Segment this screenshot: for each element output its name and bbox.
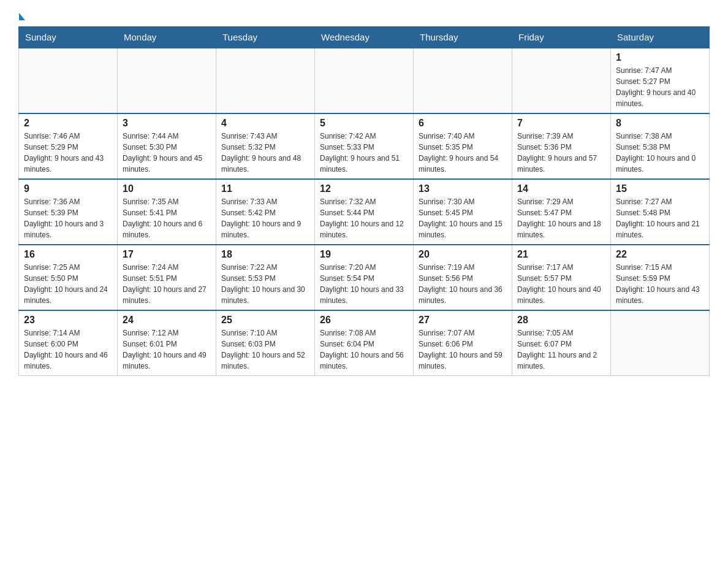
weekday-header-saturday: Saturday	[611, 27, 710, 48]
day-number: 8	[616, 118, 704, 129]
day-info: Sunrise: 7:22 AM Sunset: 5:53 PM Dayligh…	[221, 262, 309, 306]
week-row-2: 2Sunrise: 7:46 AM Sunset: 5:29 PM Daylig…	[19, 113, 710, 179]
week-row-4: 16Sunrise: 7:25 AM Sunset: 5:50 PM Dayli…	[19, 245, 710, 310]
day-info: Sunrise: 7:38 AM Sunset: 5:38 PM Dayligh…	[616, 131, 704, 175]
logo	[18, 12, 25, 20]
day-info: Sunrise: 7:25 AM Sunset: 5:50 PM Dayligh…	[24, 262, 112, 306]
day-number: 24	[123, 315, 211, 326]
day-info: Sunrise: 7:44 AM Sunset: 5:30 PM Dayligh…	[123, 131, 211, 175]
calendar-cell: 9Sunrise: 7:36 AM Sunset: 5:39 PM Daylig…	[19, 179, 118, 245]
day-number: 12	[320, 183, 408, 194]
day-number: 22	[616, 249, 704, 260]
day-number: 6	[419, 118, 507, 129]
calendar-cell	[414, 48, 512, 113]
calendar-cell	[315, 48, 414, 113]
calendar-cell: 28Sunrise: 7:05 AM Sunset: 6:07 PM Dayli…	[512, 310, 611, 376]
calendar-cell: 15Sunrise: 7:27 AM Sunset: 5:48 PM Dayli…	[611, 179, 710, 245]
calendar-cell: 2Sunrise: 7:46 AM Sunset: 5:29 PM Daylig…	[19, 113, 118, 179]
page-header	[18, 12, 710, 20]
calendar-cell: 3Sunrise: 7:44 AM Sunset: 5:30 PM Daylig…	[118, 113, 216, 179]
day-info: Sunrise: 7:46 AM Sunset: 5:29 PM Dayligh…	[24, 131, 112, 175]
weekday-header-wednesday: Wednesday	[315, 27, 414, 48]
calendar-cell	[512, 48, 611, 113]
calendar-cell: 27Sunrise: 7:07 AM Sunset: 6:06 PM Dayli…	[414, 310, 512, 376]
day-number: 25	[221, 315, 309, 326]
calendar-cell	[216, 48, 315, 113]
day-info: Sunrise: 7:10 AM Sunset: 6:03 PM Dayligh…	[221, 327, 309, 372]
weekday-header-sunday: Sunday	[19, 27, 118, 48]
day-info: Sunrise: 7:30 AM Sunset: 5:45 PM Dayligh…	[419, 196, 507, 240]
day-info: Sunrise: 7:17 AM Sunset: 5:57 PM Dayligh…	[517, 262, 605, 306]
day-number: 21	[517, 249, 605, 260]
calendar-cell: 17Sunrise: 7:24 AM Sunset: 5:51 PM Dayli…	[118, 245, 216, 310]
calendar-cell: 21Sunrise: 7:17 AM Sunset: 5:57 PM Dayli…	[512, 245, 611, 310]
day-number: 28	[517, 315, 605, 326]
day-number: 4	[221, 118, 309, 129]
day-number: 5	[320, 118, 408, 129]
calendar-cell: 13Sunrise: 7:30 AM Sunset: 5:45 PM Dayli…	[414, 179, 512, 245]
day-number: 23	[24, 315, 112, 326]
day-number: 9	[24, 183, 112, 194]
day-number: 13	[419, 183, 507, 194]
weekday-header-row: SundayMondayTuesdayWednesdayThursdayFrid…	[19, 27, 710, 48]
day-number: 14	[517, 183, 605, 194]
day-number: 2	[24, 118, 112, 129]
calendar-cell: 20Sunrise: 7:19 AM Sunset: 5:56 PM Dayli…	[414, 245, 512, 310]
calendar-cell: 25Sunrise: 7:10 AM Sunset: 6:03 PM Dayli…	[216, 310, 315, 376]
day-number: 18	[221, 249, 309, 260]
day-number: 19	[320, 249, 408, 260]
calendar-cell: 4Sunrise: 7:43 AM Sunset: 5:32 PM Daylig…	[216, 113, 315, 179]
calendar-cell: 23Sunrise: 7:14 AM Sunset: 6:00 PM Dayli…	[19, 310, 118, 376]
day-number: 16	[24, 249, 112, 260]
day-info: Sunrise: 7:07 AM Sunset: 6:06 PM Dayligh…	[419, 327, 507, 372]
calendar-cell: 14Sunrise: 7:29 AM Sunset: 5:47 PM Dayli…	[512, 179, 611, 245]
calendar-cell: 12Sunrise: 7:32 AM Sunset: 5:44 PM Dayli…	[315, 179, 414, 245]
calendar-cell: 1Sunrise: 7:47 AM Sunset: 5:27 PM Daylig…	[611, 48, 710, 113]
day-info: Sunrise: 7:39 AM Sunset: 5:36 PM Dayligh…	[517, 131, 605, 175]
calendar-table: SundayMondayTuesdayWednesdayThursdayFrid…	[18, 26, 710, 376]
day-info: Sunrise: 7:32 AM Sunset: 5:44 PM Dayligh…	[320, 196, 408, 240]
day-info: Sunrise: 7:05 AM Sunset: 6:07 PM Dayligh…	[517, 327, 605, 372]
calendar-cell: 6Sunrise: 7:40 AM Sunset: 5:35 PM Daylig…	[414, 113, 512, 179]
day-info: Sunrise: 7:33 AM Sunset: 5:42 PM Dayligh…	[221, 196, 309, 240]
calendar-cell: 5Sunrise: 7:42 AM Sunset: 5:33 PM Daylig…	[315, 113, 414, 179]
day-info: Sunrise: 7:47 AM Sunset: 5:27 PM Dayligh…	[616, 65, 704, 109]
calendar-cell: 18Sunrise: 7:22 AM Sunset: 5:53 PM Dayli…	[216, 245, 315, 310]
day-number: 7	[517, 118, 605, 129]
logo-arrow-icon	[19, 13, 25, 20]
week-row-5: 23Sunrise: 7:14 AM Sunset: 6:00 PM Dayli…	[19, 310, 710, 376]
day-info: Sunrise: 7:35 AM Sunset: 5:41 PM Dayligh…	[123, 196, 211, 240]
calendar-cell: 7Sunrise: 7:39 AM Sunset: 5:36 PM Daylig…	[512, 113, 611, 179]
calendar-cell	[19, 48, 118, 113]
day-number: 20	[419, 249, 507, 260]
day-info: Sunrise: 7:29 AM Sunset: 5:47 PM Dayligh…	[517, 196, 605, 240]
weekday-header-tuesday: Tuesday	[216, 27, 315, 48]
calendar-cell: 16Sunrise: 7:25 AM Sunset: 5:50 PM Dayli…	[19, 245, 118, 310]
calendar-cell: 8Sunrise: 7:38 AM Sunset: 5:38 PM Daylig…	[611, 113, 710, 179]
day-info: Sunrise: 7:24 AM Sunset: 5:51 PM Dayligh…	[123, 262, 211, 306]
day-info: Sunrise: 7:40 AM Sunset: 5:35 PM Dayligh…	[419, 131, 507, 175]
day-number: 17	[123, 249, 211, 260]
day-number: 15	[616, 183, 704, 194]
day-info: Sunrise: 7:43 AM Sunset: 5:32 PM Dayligh…	[221, 131, 309, 175]
day-info: Sunrise: 7:15 AM Sunset: 5:59 PM Dayligh…	[616, 262, 704, 306]
day-number: 26	[320, 315, 408, 326]
day-number: 11	[221, 183, 309, 194]
calendar-cell	[118, 48, 216, 113]
weekday-header-friday: Friday	[512, 27, 611, 48]
day-info: Sunrise: 7:42 AM Sunset: 5:33 PM Dayligh…	[320, 131, 408, 175]
calendar-cell: 10Sunrise: 7:35 AM Sunset: 5:41 PM Dayli…	[118, 179, 216, 245]
day-number: 27	[419, 315, 507, 326]
day-number: 3	[123, 118, 211, 129]
weekday-header-thursday: Thursday	[414, 27, 512, 48]
day-info: Sunrise: 7:19 AM Sunset: 5:56 PM Dayligh…	[419, 262, 507, 306]
calendar-cell: 26Sunrise: 7:08 AM Sunset: 6:04 PM Dayli…	[315, 310, 414, 376]
day-info: Sunrise: 7:36 AM Sunset: 5:39 PM Dayligh…	[24, 196, 112, 240]
day-number: 10	[123, 183, 211, 194]
day-number: 1	[616, 52, 704, 63]
day-info: Sunrise: 7:27 AM Sunset: 5:48 PM Dayligh…	[616, 196, 704, 240]
day-info: Sunrise: 7:08 AM Sunset: 6:04 PM Dayligh…	[320, 327, 408, 372]
calendar-cell	[611, 310, 710, 376]
day-info: Sunrise: 7:12 AM Sunset: 6:01 PM Dayligh…	[123, 327, 211, 372]
calendar-cell: 11Sunrise: 7:33 AM Sunset: 5:42 PM Dayli…	[216, 179, 315, 245]
